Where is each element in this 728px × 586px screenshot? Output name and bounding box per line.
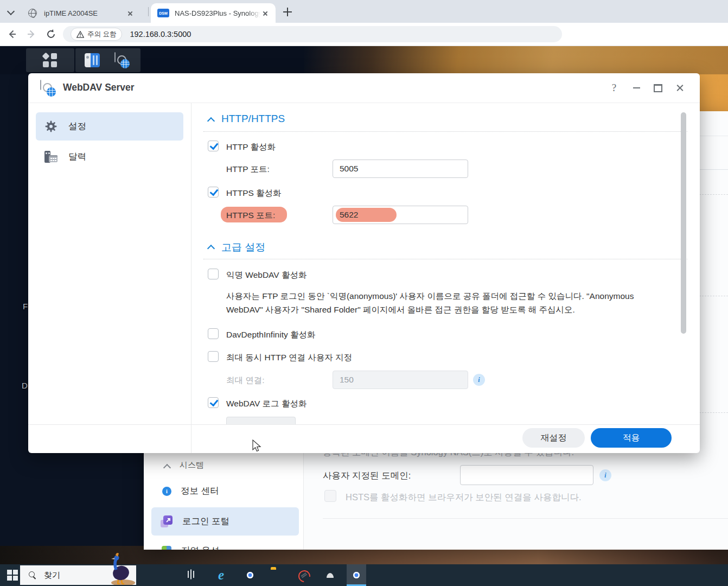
davdepth-label: DavDepthInfinity 활성화 xyxy=(226,329,316,341)
http-port-label: HTTP 포트: xyxy=(226,164,270,175)
search-highlight-bird-image xyxy=(105,551,139,586)
maxconn-input xyxy=(333,371,468,389)
desktop-icon-partial-label: D xyxy=(22,381,28,390)
start-button[interactable] xyxy=(7,570,18,581)
refresh-icon[interactable] xyxy=(46,29,56,42)
sidebar-item-label: 정보 센터 xyxy=(181,485,219,497)
internet-explorer-icon[interactable]: e xyxy=(218,569,224,581)
webdav-log-checkbox[interactable] xyxy=(208,397,219,408)
anonymous-webdav-checkbox[interactable] xyxy=(208,269,219,279)
http-enable-checkbox[interactable] xyxy=(208,141,219,151)
back-icon[interactable] xyxy=(7,29,17,42)
maxconn-enable-label: 최대 동시 HTTP 연결 사용자 지정 xyxy=(226,352,352,364)
control-panel-icon[interactable] xyxy=(85,53,100,67)
info-icon[interactable]: i xyxy=(473,374,485,386)
close-button[interactable] xyxy=(673,81,687,95)
webdav-server-icon xyxy=(40,80,41,90)
mouse-cursor xyxy=(251,440,263,455)
tab-synology-active[interactable]: DSM NAS-DS923Plus - Synology NA xyxy=(151,3,276,23)
url-text: 192.168.0.3:5000 xyxy=(130,30,191,39)
sidebar-item-label: 지역 옵션 xyxy=(181,545,220,550)
section-divider xyxy=(203,259,687,259)
sidebar-item-info-center[interactable]: i 정보 센터 xyxy=(151,479,299,503)
calendar-icon xyxy=(44,150,58,163)
webdav-server-dialog: WebDAV Server ? 설정 xyxy=(28,73,700,453)
webdav-log-label: WebDAV 로그 활성화 xyxy=(226,398,306,410)
tab-close-icon[interactable] xyxy=(125,8,135,18)
content-divider xyxy=(323,518,728,519)
task-view-icon[interactable] xyxy=(190,569,191,579)
info-icon[interactable]: i xyxy=(599,469,611,481)
tab-close-icon[interactable] xyxy=(260,8,270,18)
davdepth-checkbox[interactable] xyxy=(208,328,219,339)
maxconn-label: 최대 연결: xyxy=(226,375,265,386)
https-port-field-wrap xyxy=(333,206,468,224)
dialog-sidebar-label: 설정 xyxy=(68,120,86,132)
footer-divider xyxy=(28,424,700,425)
webdav-server-app-icon[interactable] xyxy=(114,53,116,62)
new-tab-button[interactable] xyxy=(281,5,294,18)
dsm-favicon: DSM xyxy=(157,9,169,17)
maxconn-enable-checkbox[interactable] xyxy=(208,351,219,362)
login-portal-icon xyxy=(161,515,173,527)
dialog-scrollbar[interactable] xyxy=(681,112,686,334)
chrome-active-tile[interactable] xyxy=(347,564,366,586)
address-bar[interactable]: 주의 요함 192.168.0.3:5000 xyxy=(63,26,562,42)
cutoff-log-button[interactable] xyxy=(226,417,296,424)
custom-domain-label: 사용자 지정된 도메인: xyxy=(323,470,411,482)
forward-icon[interactable] xyxy=(26,29,37,42)
sidebar-item-login-portal[interactable]: 로그인 포털 xyxy=(151,507,299,536)
anonymous-desc-line1: 사용자는 FTP 로그인 동안 `익명(anonymous)' 사용자 이름으로… xyxy=(226,291,682,302)
dsm-open-apps-group xyxy=(75,48,141,72)
tab-title: ipTIME A2004SE xyxy=(44,9,125,17)
sidebar-item-region-options[interactable]: 지역 옵션 xyxy=(151,539,299,550)
apply-button[interactable]: 적용 xyxy=(591,428,672,448)
custom-domain-input[interactable] xyxy=(460,465,593,485)
dialog-sidebar-label: 달력 xyxy=(68,151,86,163)
anonymous-desc-line2: WebDAV" 사용자가 "Shared Folder" 페이지에서 올바른 접… xyxy=(226,304,682,316)
security-chip-label: 주의 요함 xyxy=(87,30,116,39)
minimize-button[interactable] xyxy=(629,81,643,95)
https-enable-checkbox[interactable] xyxy=(208,187,219,198)
maximize-button[interactable] xyxy=(651,81,665,95)
help-button[interactable]: ? xyxy=(607,81,621,95)
tab-list-chevron-icon[interactable] xyxy=(4,5,17,18)
reset-button[interactable]: 재설정 xyxy=(522,428,585,448)
section-title-http: HTTP/HTTPS xyxy=(221,113,285,125)
warning-triangle-icon xyxy=(76,31,84,38)
gear-icon xyxy=(44,120,58,133)
search-placeholder: 찾기 xyxy=(44,570,60,581)
site-security-chip[interactable]: 주의 요함 xyxy=(71,28,122,41)
desktop-icon-partial-label: F xyxy=(23,302,28,311)
region-options-icon xyxy=(162,546,171,550)
sidebar-item-label: 로그인 포털 xyxy=(182,515,229,527)
dialog-sidebar-item-calendar[interactable]: 달력 xyxy=(36,144,183,170)
anonymous-webdav-label: 익명 WebDAV 활성화 xyxy=(226,270,306,281)
sidebar-group-system[interactable]: 시스템 xyxy=(180,460,204,470)
sidebar-divider xyxy=(191,103,191,453)
section-collapse-icon[interactable] xyxy=(208,117,214,123)
info-pin-icon: i xyxy=(162,487,171,496)
globe-favicon xyxy=(28,9,37,17)
tab-separator xyxy=(148,7,149,16)
app-grid-icon xyxy=(43,53,57,67)
section-divider xyxy=(203,131,687,132)
tab-iptime[interactable]: ipTIME A2004SE xyxy=(22,3,148,23)
hsts-label: HSTS를 활성화하면 브라우저가 보안된 연결을 사용합니다. xyxy=(346,492,582,504)
http-enable-label: HTTP 활성화 xyxy=(226,142,276,153)
dialog-title: WebDAV Server xyxy=(63,82,135,93)
https-port-input[interactable] xyxy=(333,206,468,224)
section-title-advanced: 고급 설정 xyxy=(221,240,265,254)
http-port-input[interactable] xyxy=(333,160,468,178)
https-port-label: HTTPS 포트: xyxy=(226,210,275,221)
dialog-sidebar-item-settings[interactable]: 설정 xyxy=(36,112,183,141)
search-icon xyxy=(29,571,36,579)
collapse-caret-icon[interactable] xyxy=(164,463,170,469)
https-enable-label: HTTPS 활성화 xyxy=(226,188,282,199)
dsm-main-menu-button[interactable] xyxy=(26,48,74,72)
section-collapse-icon[interactable] xyxy=(208,244,214,250)
hsts-checkbox xyxy=(324,490,336,502)
tab-title: NAS-DS923Plus - Synology NA xyxy=(175,9,260,17)
